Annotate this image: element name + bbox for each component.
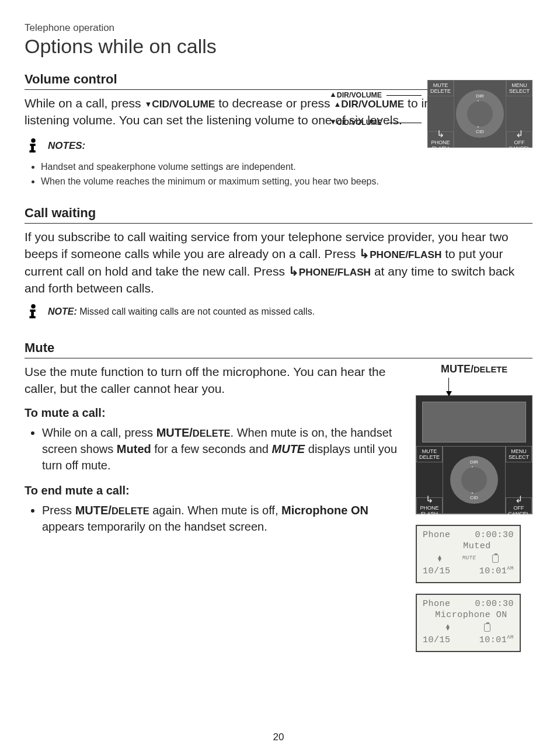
text: Press [42,504,75,517]
note-text: Missed call waiting calls are not counte… [77,306,315,316]
nav-ring: DIR▲ VOLUME ▼CID [450,456,498,504]
page-number: 20 [0,731,557,743]
cid-label: ▼CID [470,490,478,500]
info-icon [25,303,42,320]
breadcrumb: Telephone operation [25,22,532,34]
text: While on a call, press [25,96,144,110]
lcd-ampm: AM [507,635,514,640]
battery-icon [484,623,490,632]
updown-icon: ▲▼ [438,556,442,562]
sub-to-end-mute: To end mute a call: [25,484,404,497]
call-waiting-body: If you subscribe to call waiting service… [25,228,532,297]
lcd-timer: 0:00:30 [475,598,514,610]
lcd-ampm: AM [507,566,514,572]
unmute-step: Press MUTE/DELETE again. When mute is of… [42,502,404,535]
lcd-muted: Phone0:00:30 Muted ▲▼ MUTE 10/1510:01AM [416,525,521,583]
nav-ring: DIR▲ VOLUME ▼CID [456,90,504,138]
page-title: Options while on calls [25,35,532,58]
menu-select-key: MENUSELECT [506,80,532,96]
cid-label: ▼CID [476,124,484,134]
off-cancel-key: ↲OFFCANCEL [506,131,532,148]
lcd-phone-label: Phone [423,598,451,610]
phone-flash-key: ↳PHONEFLASH [416,497,443,514]
dir-label: DIR▲ [470,459,478,470]
mute-delete-key: MUTEDELETE [416,446,443,462]
lcd-phone-label: Phone [423,529,451,541]
cid-volume-key: CID/VOLUME [152,98,215,110]
lcd-timer: 0:00:30 [475,529,514,541]
dir-label: DIR▲ [476,93,484,104]
phone-flash-key: ↳PHONEFLASH [427,131,454,148]
mute-step: While on a call, press MUTE/DELETE. When… [42,424,404,473]
note-label: NOTE: [48,306,77,316]
handset-illustration: MUTEDELETE DIR▲ VOLUME ▼CID MENUSELECT ↳… [416,395,532,514]
phone-flash-key-ref: PHONE/FLASH [370,249,441,260]
heading-call-waiting: Call waiting [25,205,532,224]
text: While on a call, press [42,426,156,439]
menu-select-key: MENUSELECT [506,446,532,462]
callout-mute-delete: MUTE/DELETE [416,363,532,375]
heading-mute: Mute [25,340,532,358]
mute-intro: Use the mute function to turn off the mi… [25,363,404,398]
lcd-status: Microphone ON [423,609,514,621]
arrow-down-icon [448,378,449,395]
mute-indicator: MUTE [462,555,476,562]
callout-dir-volume: ▲DIR/VOLUME [287,89,422,99]
handset-keypad-illustration: MUTEDELETE DIR▲ VOLUME ▼CID MENUSELECT ↳… [427,80,532,148]
phone-flash-key-ref: PHONE/FLASH [299,266,371,278]
info-icon [25,137,42,155]
svg-point-1 [31,304,36,308]
mute-delete-key-ref: MUTE/DELETE [156,426,231,439]
lcd-time: 10:01 [479,635,507,645]
notes-label: NOTES: [48,140,85,152]
note-item: Handset and speakerphone volume settings… [41,159,532,175]
text: again. When mute is off, [149,504,281,517]
lcd-microphone-on: Phone0:00:30 Microphone ON ▲▼ 10/1510:01… [416,594,521,652]
mute-delete-key-ref: MUTE/DELETE [75,504,149,517]
muted-word: Muted [117,443,151,455]
mute-word: MUTE [272,443,305,455]
volume-label: VOLUME [471,112,489,116]
svg-point-0 [31,138,36,143]
note-item: When the volume reaches the minimum or m… [41,174,532,189]
text: for a few seconds and [151,443,272,455]
lcd-date: 10/15 [423,566,451,577]
callout-cid-volume: ▼CID/VOLUME [287,117,422,127]
lcd-status: Muted [423,541,514,552]
mute-delete-key: MUTEDELETE [427,80,454,96]
updown-icon: ▲▼ [446,625,450,630]
text: appears temporarily on the handset scree… [42,520,267,533]
lcd-date: 10/15 [423,635,451,646]
notes-list: Handset and speakerphone volume settings… [25,159,532,189]
triangle-down-icon: ▼ [144,100,152,109]
volume-label: VOLUME [465,478,483,482]
microphone-on-word: Microphone ON [281,504,368,517]
battery-icon [492,555,499,563]
lcd-time: 10:01 [479,566,507,576]
handset-screen-blank [422,402,526,443]
sub-to-mute: To mute a call: [25,406,404,420]
off-cancel-key: ↲OFFCANCEL [506,497,532,514]
